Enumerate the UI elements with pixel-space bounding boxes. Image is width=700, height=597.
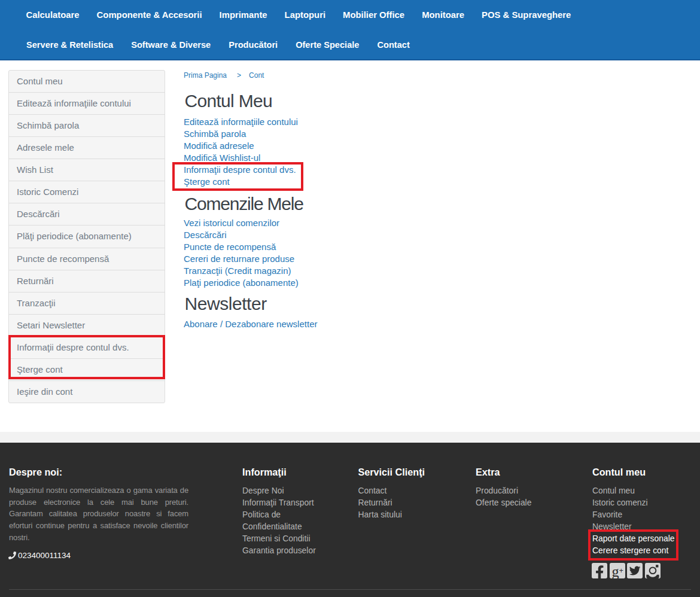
svg-text:+: + [619, 566, 623, 575]
svg-text:g: g [611, 564, 619, 578]
